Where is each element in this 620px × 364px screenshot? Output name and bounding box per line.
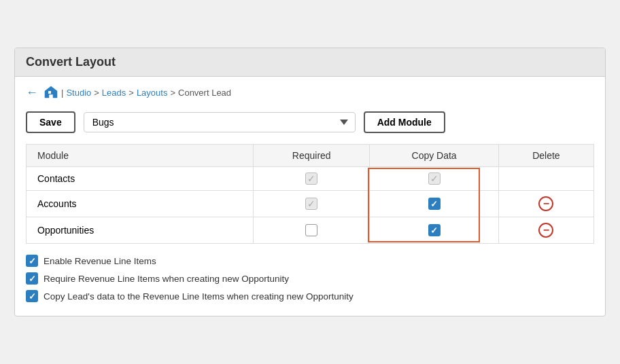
module-name-accounts: Accounts — [27, 191, 254, 217]
table-body: Contacts ✓ ✓ — [27, 167, 594, 244]
panel-body: ← | Studio > Leads > Layouts > Convert L… — [15, 77, 605, 316]
required-checkbox-opportunities[interactable] — [305, 224, 317, 236]
copy-data-checkbox-accounts[interactable]: ✓ — [428, 198, 441, 210]
required-contacts: ✓ — [254, 167, 370, 191]
module-name-contacts: Contacts — [27, 167, 254, 191]
option-row-2: ✓ Require Revenue Line Items when creati… — [26, 272, 594, 285]
breadcrumb-gt1: > — [94, 88, 99, 98]
table-row: Accounts ✓ ✓ — [27, 191, 594, 217]
copy-data-opportunities[interactable]: ✓ — [370, 217, 498, 244]
delete-button-accounts[interactable]: − — [538, 196, 553, 211]
options-section: ✓ Enable Revenue Line Items ✓ Require Re… — [26, 255, 594, 302]
check-icon: ✓ — [29, 256, 36, 266]
delete-button-opportunities[interactable]: − — [538, 223, 553, 238]
check-icon: ✓ — [430, 199, 438, 209]
check-icon: ✓ — [29, 274, 36, 284]
copy-data-checkbox-opportunities[interactable]: ✓ — [428, 224, 441, 236]
copy-data-checkbox-contacts: ✓ — [428, 172, 441, 185]
check-icon: ✓ — [29, 291, 36, 302]
check-icon: ✓ — [307, 173, 315, 184]
delete-contacts — [498, 167, 593, 191]
table-row: Contacts ✓ ✓ — [27, 167, 594, 191]
breadcrumb-gt3: > — [170, 88, 175, 98]
breadcrumb-pipe: | — [61, 88, 63, 98]
panel-title: Convert Layout — [15, 48, 605, 77]
check-icon: ✓ — [430, 173, 438, 184]
back-arrow-icon[interactable]: ← — [26, 86, 38, 100]
toolbar: Save Bugs Contacts Accounts Opportunitie… — [26, 111, 594, 133]
breadcrumb-layouts[interactable]: Layouts — [137, 88, 168, 98]
option-label-1: Enable Revenue Line Items — [44, 256, 156, 266]
copy-data-accounts[interactable]: ✓ — [370, 191, 498, 217]
modules-table: Module Required Copy Data Delete Contact… — [26, 144, 594, 244]
module-select-wrapper: Bugs Contacts Accounts Opportunities Cas… — [84, 112, 356, 132]
table-row: Opportunities ✓ — [27, 217, 594, 244]
breadcrumb: ← | Studio > Leads > Layouts > Convert L… — [26, 85, 594, 101]
required-opportunities[interactable] — [254, 217, 370, 244]
home-icon[interactable] — [44, 85, 58, 101]
option-checkbox-1[interactable]: ✓ — [26, 255, 38, 267]
check-icon: ✓ — [430, 225, 438, 236]
breadcrumb-gt2: > — [128, 88, 134, 98]
breadcrumb-convert-lead: Convert Lead — [178, 88, 231, 98]
th-copy-data: Copy Data — [370, 145, 498, 167]
option-checkbox-2[interactable]: ✓ — [26, 272, 38, 285]
th-delete: Delete — [498, 145, 593, 167]
breadcrumb-leads[interactable]: Leads — [102, 88, 126, 98]
option-label-2: Require Revenue Line Items when creating… — [44, 274, 289, 284]
table-header: Module Required Copy Data Delete — [27, 145, 594, 167]
module-name-opportunities: Opportunities — [27, 217, 254, 244]
required-checkbox-accounts: ✓ — [305, 198, 317, 210]
panel-title-text: Convert Layout — [26, 55, 116, 69]
check-icon: ✓ — [307, 198, 315, 209]
breadcrumb-studio[interactable]: Studio — [66, 88, 91, 98]
option-row-3: ✓ Copy Lead's data to the Revenue Line I… — [26, 290, 594, 302]
table-wrapper: Module Required Copy Data Delete Contact… — [26, 144, 594, 244]
save-button[interactable]: Save — [26, 111, 75, 133]
module-select[interactable]: Bugs Contacts Accounts Opportunities Cas… — [84, 112, 356, 132]
copy-data-contacts[interactable]: ✓ — [370, 167, 498, 191]
option-label-3: Copy Lead's data to the Revenue Line Ite… — [44, 291, 354, 302]
delete-opportunities[interactable]: − — [498, 217, 593, 244]
option-checkbox-3[interactable]: ✓ — [26, 290, 38, 302]
required-accounts: ✓ — [254, 191, 370, 217]
th-required: Required — [254, 145, 370, 167]
option-row-1: ✓ Enable Revenue Line Items — [26, 255, 594, 267]
svg-rect-0 — [48, 91, 51, 94]
convert-layout-panel: Convert Layout ← | Studio > Leads > Layo… — [14, 48, 606, 316]
add-module-button[interactable]: Add Module — [364, 111, 445, 133]
required-checkbox-contacts: ✓ — [305, 172, 317, 185]
th-module: Module — [27, 145, 254, 167]
delete-accounts[interactable]: − — [498, 191, 593, 217]
